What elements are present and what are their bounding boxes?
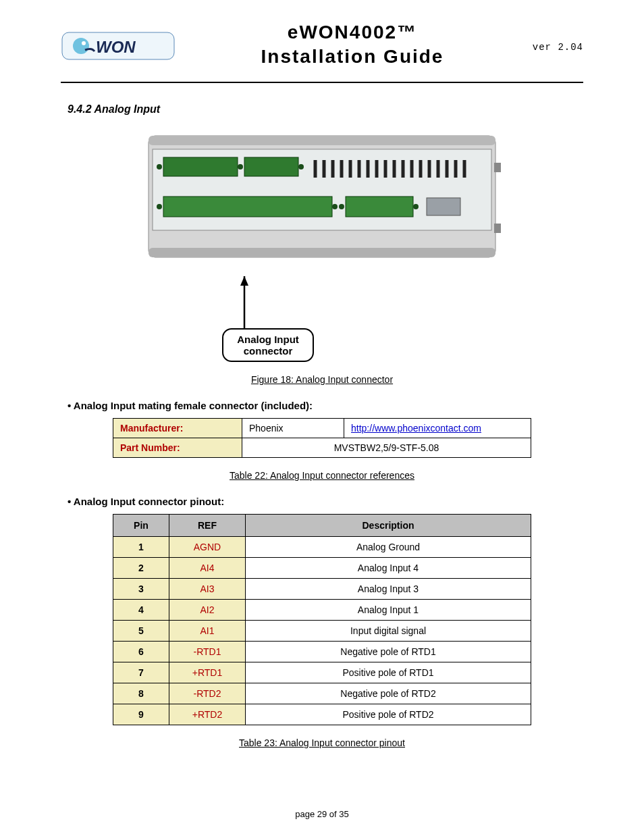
pin-cell: 2 [113, 558, 169, 579]
desc-cell: Input digital signal [246, 621, 531, 642]
table-caption: Table 23: Analog Input connector pinout [61, 737, 583, 748]
manufacturer-link[interactable]: http://www.phoenixcontact.com [351, 423, 481, 434]
desc-cell: Positive pole of RTD1 [246, 662, 531, 683]
doc-title: eWON4002™ Installation Guide [176, 20, 529, 70]
value-cell: Phoenix [242, 419, 344, 438]
svg-rect-39 [494, 224, 501, 233]
pin-cell: 8 [113, 683, 169, 704]
table-row: 3AI3Analog Input 3 [113, 579, 531, 600]
pinout-heading: • Analog Input connector pinout: [68, 496, 583, 507]
col-header-desc: Description [246, 515, 531, 537]
desc-cell: Analog Input 3 [246, 579, 531, 600]
svg-text:WON: WON [96, 38, 136, 56]
svg-point-34 [157, 204, 162, 209]
figure-18: Analog Input connector Figure 18: Analog… [61, 129, 583, 386]
col-header-pin: Pin [113, 515, 169, 537]
svg-rect-29 [346, 197, 413, 217]
page-footer: page 29 of 35 [61, 809, 583, 819]
svg-point-35 [332, 204, 338, 209]
table-row: Manufacturer: Phoenix http://www.phoenix… [113, 419, 531, 438]
svg-marker-41 [240, 276, 248, 286]
desc-cell: Positive pole of RTD2 [246, 704, 531, 725]
label-cell: Part Number: [113, 438, 242, 458]
pin-cell: 3 [113, 579, 169, 600]
table-row: 8-RTD2Negative pole of RTD2 [113, 683, 531, 704]
ref-cell: AI4 [169, 558, 246, 579]
svg-rect-30 [427, 198, 460, 215]
ref-cell: +RTD2 [169, 704, 246, 725]
svg-rect-5 [149, 136, 495, 145]
table-row: 2AI4Analog Input 4 [113, 558, 531, 579]
pin-cell: 6 [113, 642, 169, 662]
ref-cell: AGND [169, 537, 246, 558]
figure-caption: Figure 18: Analog Input connector [61, 374, 583, 385]
pin-cell: 7 [113, 662, 169, 683]
ref-cell: -RTD2 [169, 683, 246, 704]
callout-line-1: Analog Input [237, 334, 299, 345]
doc-version: ver 2.04 [529, 36, 583, 53]
value-cell: http://www.phoenixcontact.com [344, 419, 531, 438]
title-line-1: eWON4002™ [288, 22, 417, 43]
ref-cell: -RTD1 [169, 642, 246, 662]
value-cell: MVSTBW2,5/9-STF-5.08 [242, 438, 531, 458]
table-row: 4AI2Analog Input 1 [113, 600, 531, 621]
pinout-table: Pin REF Description 1AGNDAnalog Ground2A… [113, 514, 531, 725]
svg-rect-28 [163, 197, 332, 217]
svg-point-31 [157, 164, 162, 170]
device-illustration [143, 129, 501, 274]
section-heading: 9.4.2 Analog Input [68, 103, 583, 115]
title-line-2: Installation Guide [261, 46, 444, 67]
table-row: 5AI1Input digital signal [113, 621, 531, 642]
desc-cell: Negative pole of RTD2 [246, 683, 531, 704]
desc-cell: Analog Input 1 [246, 600, 531, 621]
figure-callout: Analog Input connector [222, 328, 314, 363]
pin-cell: 9 [113, 704, 169, 725]
table-header-row: Pin REF Description [113, 515, 531, 537]
pin-cell: 5 [113, 621, 169, 642]
col-header-ref: REF [169, 515, 246, 537]
svg-point-33 [298, 164, 304, 170]
label-cell: Manufacturer: [113, 419, 242, 438]
table-caption: Table 22: Analog Input connector referen… [61, 470, 583, 481]
callout-line-2: connector [244, 345, 293, 357]
desc-cell: Negative pole of RTD1 [246, 642, 531, 662]
ref-cell: AI2 [169, 600, 246, 621]
ref-cell: +RTD1 [169, 662, 246, 683]
page-header: WON eWON4002™ Installation Guide ver 2.0… [61, 20, 583, 83]
desc-cell: Analog Ground [246, 537, 531, 558]
svg-point-36 [339, 204, 344, 209]
table-row: 9+RTD2Positive pole of RTD2 [113, 704, 531, 725]
table-row: Part Number: MVSTBW2,5/9-STF-5.08 [113, 438, 531, 458]
svg-point-32 [238, 164, 243, 170]
ref-cell: AI1 [169, 621, 246, 642]
connector-info-table: Manufacturer: Phoenix http://www.phoenix… [113, 418, 531, 458]
table-row: 6-RTD1Negative pole of RTD1 [113, 642, 531, 662]
svg-rect-6 [149, 248, 495, 257]
logo: WON [61, 26, 176, 64]
svg-rect-38 [494, 163, 501, 172]
ref-cell: AI3 [169, 579, 246, 600]
svg-point-37 [413, 204, 419, 209]
svg-rect-9 [244, 157, 298, 176]
svg-point-1 [73, 38, 89, 54]
pin-cell: 1 [113, 537, 169, 558]
desc-cell: Analog Input 4 [246, 558, 531, 579]
table-row: 1AGNDAnalog Ground [113, 537, 531, 558]
svg-point-2 [82, 41, 86, 45]
pin-cell: 4 [113, 600, 169, 621]
table-row: 7+RTD1Positive pole of RTD1 [113, 662, 531, 683]
svg-rect-8 [163, 157, 238, 176]
connector-info-heading: • Analog Input mating female connector (… [68, 400, 583, 411]
